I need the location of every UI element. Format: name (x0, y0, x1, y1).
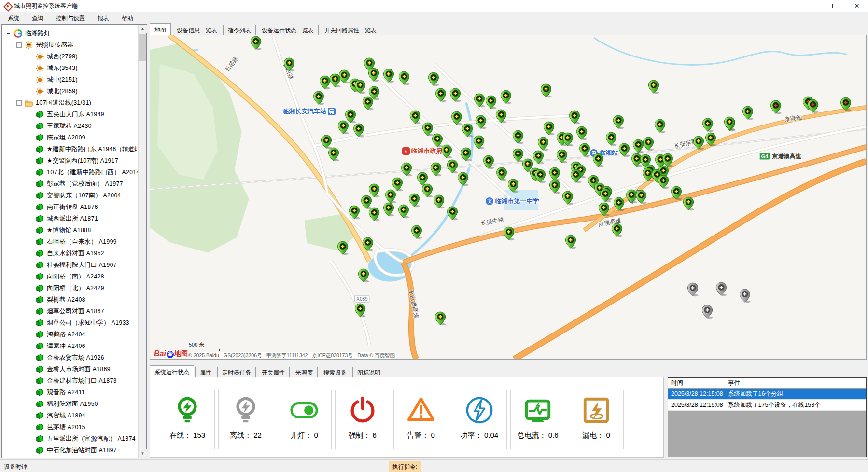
menu-item-帮助[interactable]: 帮助 (117, 13, 138, 24)
map-pin-offline[interactable] (739, 289, 751, 303)
map-pin-online[interactable] (496, 167, 507, 181)
tree-expander-icon[interactable] (16, 100, 22, 106)
map-pin-online[interactable] (693, 136, 704, 150)
map-pin-online[interactable] (409, 110, 421, 125)
map-pin-online[interactable] (742, 106, 754, 120)
map-pin-online[interactable] (556, 149, 568, 164)
tree-item-0-2[interactable]: 城中(2151) (2, 74, 138, 85)
map-pin-online[interactable] (398, 204, 409, 219)
menu-item-系统[interactable]: 系统 (3, 13, 24, 24)
map-pin-online[interactable] (643, 137, 654, 151)
tree-item-1-29[interactable]: 中石化加油站对面 A1897 (2, 444, 138, 456)
map-pin-online[interactable] (549, 180, 560, 194)
map-pin-online[interactable] (648, 80, 659, 94)
map-pin-online[interactable] (569, 110, 580, 125)
tree-item-1-17[interactable]: 烟草公司对面 A1867 (2, 305, 138, 317)
tab-地图[interactable]: 地图 (150, 23, 171, 35)
map-pin-online[interactable] (428, 72, 439, 86)
map-pin-offline[interactable] (701, 305, 713, 319)
map-pin-online[interactable] (451, 111, 462, 125)
map-pin-online[interactable] (705, 132, 716, 147)
map-pin-offline[interactable] (687, 282, 699, 297)
scroll-down-icon[interactable]: ▼ (139, 449, 147, 458)
tree-item-1-15[interactable]: 向阳桥（北） A2429 (2, 282, 138, 294)
map-pin-online[interactable] (383, 202, 394, 217)
map-pin-online[interactable] (611, 223, 623, 237)
tree-scrollbar[interactable]: ▲ ▼ (138, 25, 146, 458)
map-pin-online[interactable] (460, 147, 472, 162)
poi-label[interactable]: 临湘长安汽车站 (282, 107, 336, 116)
map-pin-online[interactable] (540, 83, 552, 98)
bottom-tab-系统运行状态[interactable]: 系统运行状态 (150, 365, 194, 377)
map-pin-online[interactable] (598, 202, 610, 217)
tree-item-1-8[interactable]: 南正街转盘 A1876 (2, 201, 138, 213)
map-pin-online[interactable] (512, 130, 524, 144)
map-pin-online[interactable] (337, 241, 349, 255)
tree-item-1-26[interactable]: 汽贸城 A1894 (2, 410, 138, 421)
map-pin-online[interactable] (354, 80, 366, 94)
map-pin-alarm[interactable] (840, 97, 852, 111)
map-pin-online[interactable] (671, 186, 682, 200)
map-pin-online[interactable] (319, 75, 331, 90)
tree-item-0-3[interactable]: 城北(2859) (2, 85, 138, 97)
map-pin-online[interactable] (500, 90, 512, 104)
scrollbar-thumb[interactable] (139, 34, 146, 61)
map-pin-online[interactable] (421, 183, 433, 198)
map-pin-online[interactable] (503, 226, 515, 241)
map-pin-online[interactable] (485, 95, 497, 110)
map-pin-online[interactable] (353, 123, 364, 138)
tree-expander-icon[interactable] (16, 42, 22, 48)
tree-item-1-11[interactable]: 石咀桥（自来水） A1999 (2, 236, 138, 248)
tree-item-1-3[interactable]: ★建新中路路口东 A1946（辅道灯） (2, 143, 138, 155)
map-pin-online[interactable] (362, 96, 374, 111)
menu-item-查询[interactable]: 查询 (27, 13, 48, 24)
map-pin-online[interactable] (462, 123, 473, 138)
tree-item-1-27[interactable]: 芭茅塘 A2015 (2, 421, 138, 433)
bottom-tab-属性[interactable]: 属性 (195, 367, 216, 377)
map-pin-online[interactable] (398, 71, 410, 85)
tree-item-1-25[interactable]: 福利院对面 A1950 (2, 398, 138, 410)
tree-item-1-1[interactable]: 王家珑巷 A2430 (2, 120, 138, 132)
map-pin-online[interactable] (592, 153, 604, 167)
map-pin-online[interactable] (250, 36, 262, 50)
tree-item-1-20[interactable]: 谭家冲 A2406 (2, 340, 138, 352)
tree-item-1-21[interactable]: 金桥农贸市场 A1926 (2, 352, 138, 363)
map-pin-online[interactable] (537, 137, 549, 151)
map-pin-online[interactable] (635, 190, 647, 204)
tree-item-1-19[interactable]: 鸿鹤路 A2404 (2, 329, 138, 340)
map-pin-online[interactable] (358, 268, 369, 283)
map-pin-online[interactable] (724, 116, 735, 131)
map-pin-online[interactable] (658, 175, 669, 189)
bottom-tab-图标说明[interactable]: 图标说明 (352, 367, 385, 377)
map-pin-online[interactable] (654, 119, 666, 133)
tree-item-1-5[interactable]: 107北（建新中路路口西） A2014 (2, 167, 138, 178)
map-pin-online[interactable] (430, 162, 442, 177)
map-pin-online[interactable] (368, 68, 379, 82)
tab-指令列表[interactable]: 指令列表 (223, 25, 256, 35)
map-pin-online[interactable] (283, 57, 295, 72)
map-pin-online[interactable] (434, 311, 446, 326)
map-pin-online[interactable] (329, 73, 341, 88)
map-pin-online[interactable] (362, 237, 374, 251)
map-pin-online[interactable] (475, 115, 487, 129)
map-pin-online[interactable] (483, 155, 494, 169)
map-canvas[interactable]: 长盛路长白路长盛中路长盛路港澳高速长安东路京港线京港澳高速临湘长安汽车站★临湘市… (150, 35, 867, 360)
map-pin-online[interactable] (447, 159, 458, 174)
map-pin-online[interactable] (473, 135, 485, 150)
map-pin-online[interactable] (457, 172, 469, 186)
bottom-tab-开关属性[interactable]: 开关属性 (257, 367, 290, 377)
tree-item-1-12[interactable]: 自来水斜对面 A1952 (2, 248, 138, 259)
map-pin-online[interactable] (618, 143, 630, 157)
event-log-row[interactable]: 2025/3/28 12:15:08系统加载了16个分组 (668, 389, 866, 400)
map-pin-online[interactable] (702, 118, 714, 132)
tree-item-1-9[interactable]: 城西派出所 A1871 (2, 213, 138, 224)
map-pin-online[interactable] (565, 235, 576, 249)
map-pin-online[interactable] (534, 169, 546, 183)
map-pin-online[interactable] (328, 147, 339, 162)
event-log-row[interactable]: 2025/3/28 12:15:08系统加载了175个设备，在线153个 (668, 400, 866, 411)
map-pin-online[interactable] (433, 194, 445, 209)
tree-item-1-10[interactable]: ★博物馆 A1888 (2, 224, 138, 236)
map-pin-online[interactable] (507, 179, 519, 193)
map-pin-online[interactable] (447, 206, 458, 221)
bottom-tab-光照度[interactable]: 光照度 (291, 367, 318, 377)
